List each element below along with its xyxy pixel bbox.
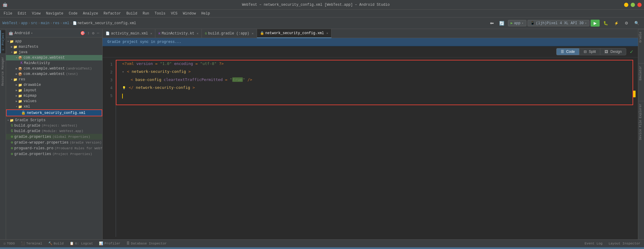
tree-item-network-security[interactable]: 🔒 network_security_config.xml — [6, 109, 102, 116]
resource-manager-tab[interactable]: Resource Manager — [1, 54, 5, 88]
code-view-button[interactable]: ☰ Code — [557, 48, 579, 55]
menu-code[interactable]: Code — [66, 11, 80, 16]
tab-close-icon[interactable]: ✕ — [252, 32, 254, 35]
emulator-sidebar-tab[interactable]: Emulator — [638, 63, 644, 83]
tree-item-proguard[interactable]: ⚙ proguard-rules.pro (ProGuard Rules for… — [6, 145, 102, 151]
profile-button[interactable]: ⚡ — [612, 20, 621, 27]
menu-build[interactable]: Build — [124, 11, 140, 16]
profiler-button[interactable]: 📊 Profiler — [98, 241, 122, 246]
tree-item-manifests[interactable]: ▶ 📁 manifests — [6, 44, 102, 50]
todo-button[interactable]: ☑ TODO — [2, 241, 16, 246]
project-panel: 🤖 Android ▾ 🎯 ↕ ⚙ — ▾ 📁 app ▶ 📁 m — [6, 29, 103, 239]
tree-item-build-gradle-project[interactable]: G build.gradle (Project: WebTest) — [6, 123, 102, 128]
menu-edit[interactable]: Edit — [15, 11, 29, 16]
sync-button[interactable]: 🔄 — [497, 20, 507, 27]
build-button[interactable]: 🔨 Build — [47, 241, 65, 246]
project-dropdown-arrow[interactable]: ▾ — [31, 31, 33, 35]
tree-item-xml-folder[interactable]: ▾ 📁 xml — [6, 104, 102, 109]
breadcrumb-app[interactable]: app — [21, 21, 28, 25]
menu-vcs[interactable]: VCS — [169, 11, 180, 16]
tab-close-icon[interactable]: ✕ — [150, 32, 152, 35]
menu-tools[interactable]: Tools — [152, 11, 168, 16]
tab-build-gradle[interactable]: G build.gradle (:app) ✕ — [202, 29, 257, 38]
tab-close-icon[interactable]: ✕ — [326, 31, 328, 35]
text-cursor — [122, 94, 123, 99]
bottom-left: ☑ TODO ⬛ Terminal 🔨 Build 📋 6: Logcat 📊 … — [2, 241, 168, 246]
tree-item-app[interactable]: ▾ 📁 app — [6, 39, 102, 44]
search-button[interactable]: 🔍 — [632, 20, 642, 27]
tree-item-drawable[interactable]: ▶ 📁 drawable — [6, 82, 102, 88]
split-view-button[interactable]: ⊟ Split — [579, 48, 600, 55]
project-tab-label[interactable]: 1: Project — [0, 30, 5, 53]
tree-item-layout[interactable]: ▶ 📁 layout — [6, 88, 102, 93]
menu-run[interactable]: Run — [140, 11, 152, 16]
menu-view[interactable]: View — [30, 11, 43, 16]
device-file-explorer-tab[interactable]: Device File Explorer — [638, 101, 644, 142]
logcat-button[interactable]: 📋 6: Logcat — [68, 241, 94, 246]
tree-item-gradle-scripts[interactable]: ▾ 📁 Gradle Scripts — [6, 118, 102, 123]
tree-item-label: build.gradle — [14, 124, 40, 128]
menu-file[interactable]: File — [1, 11, 15, 16]
collapse-icon-l2[interactable]: ▾ — [122, 70, 124, 73]
expand-arrow: ▾ — [7, 118, 9, 122]
menu-refactor[interactable]: Refactor — [101, 11, 123, 16]
database-inspector-button[interactable]: 🗄 Database Inspector — [125, 241, 168, 246]
code-editor[interactable]: 1 2 3 4 5 <?xml version = "1.0" encoding — [103, 57, 638, 239]
xml-pi-open: <?xml — [122, 61, 136, 66]
attr-val-true: true — [232, 77, 243, 82]
tree-item-pkg-test[interactable]: ▶ 📦 com.example.webtest (test) — [6, 71, 102, 77]
code-line-4: 💡 </ network-security-config > — [121, 84, 638, 92]
minimize-button[interactable] — [624, 3, 628, 7]
breadcrumb-res[interactable]: res — [53, 21, 59, 25]
tree-item-values[interactable]: ▶ 📁 values — [6, 99, 102, 104]
breadcrumb-main[interactable]: main — [41, 21, 49, 25]
tree-item-mipmap[interactable]: ▶ 📁 mipmap — [6, 93, 102, 99]
tab-close-icon[interactable]: ✕ — [197, 32, 198, 35]
locate-icon[interactable]: 🎯 — [80, 30, 86, 36]
tree-item-res[interactable]: ▾ 📁 res — [6, 77, 102, 82]
eq-l3: = — [225, 77, 227, 82]
menu-navigate[interactable]: Navigate — [43, 11, 66, 16]
title-bar-controls — [624, 3, 642, 7]
tree-item-pkg[interactable]: ▾ 📦 com.example.webtest — [6, 55, 102, 60]
breadcrumb-src[interactable]: src — [31, 21, 37, 25]
app-selector[interactable]: ▶ app ▾ — [508, 20, 526, 26]
tree-item-gradle-props-proj[interactable]: ⚙ gradle.properties (Project Properties) — [6, 151, 102, 157]
tree-item-label: proguard-rules.pro — [14, 146, 53, 150]
terminal-button[interactable]: ⬛ Terminal — [20, 241, 43, 246]
layout-inspector-button[interactable]: Layout Inspector — [607, 241, 642, 246]
gradle-sidebar-tab[interactable]: Gradle — [638, 29, 644, 45]
device-selector[interactable]: 📱 (ljh)Pixel 4 XL API 30 ▾ — [528, 20, 589, 26]
breadcrumb-xml[interactable]: xml — [63, 21, 69, 25]
menu-analyze[interactable]: Analyze — [81, 11, 100, 16]
tab-activity-main[interactable]: 📄 activity_main.xml ✕ — [103, 29, 155, 38]
breadcrumb-webtest[interactable]: WebTest — [2, 21, 17, 25]
minimize-panel-icon[interactable]: — — [96, 30, 100, 36]
tree-item-gradle-wrapper[interactable]: ⚙ gradle-wrapper.properties (Gradle Vers… — [6, 140, 102, 145]
tab-mainactivity[interactable]: K MainActivity.kt ✕ — [155, 29, 202, 38]
maximize-button[interactable] — [631, 3, 635, 7]
gear-icon[interactable]: ⚙ — [91, 30, 95, 36]
tree-item-mainactivity[interactable]: K MainActivity — [6, 60, 102, 66]
settings-button[interactable]: ⚙ — [622, 20, 631, 27]
sync-icon[interactable]: ↕ — [87, 30, 90, 36]
tree-item-build-gradle-module[interactable]: G build.gradle (Module: WebTest.app) — [6, 128, 102, 134]
breadcrumb-file[interactable]: network_security_config.xml — [78, 21, 136, 25]
tree-item-label: xml — [24, 105, 30, 109]
back-button[interactable]: ⬅ — [488, 20, 496, 27]
tree-item-java[interactable]: ▾ 📁 java — [6, 50, 102, 55]
close-button[interactable] — [637, 3, 642, 7]
run-button[interactable]: ▶ — [591, 20, 600, 27]
menu-help[interactable]: Help — [199, 11, 212, 16]
event-log-button[interactable]: Event Log — [583, 241, 604, 246]
title-bar-title: WebTest – network_security_config.xml [W… — [242, 3, 390, 7]
collapse-icon-l4[interactable]: 💡 — [122, 86, 126, 89]
debug-button[interactable]: 🐛 — [601, 20, 611, 27]
tab-network-security[interactable]: 🔒 network_security_config.xml ✕ — [257, 29, 332, 38]
bracket-close-l4: > — [192, 85, 195, 90]
tree-item-gradle-props-global[interactable]: ⚙ gradle.properties (Global Properties) — [6, 134, 102, 140]
menu-window[interactable]: Window — [180, 11, 198, 16]
design-view-button[interactable]: 🖼 Design — [600, 48, 626, 55]
breadcrumb: WebTest › app › src › main › res › xml ›… — [2, 21, 486, 25]
tree-item-pkg-androidtest[interactable]: ▶ 📦 com.example.webtest (androidTest) — [6, 66, 102, 71]
